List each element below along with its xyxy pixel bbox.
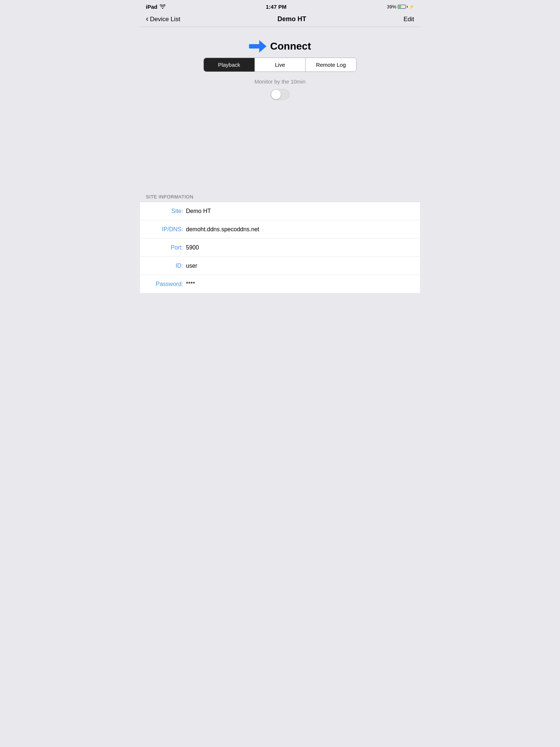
id-value: user	[186, 263, 197, 269]
port-label: Port:	[146, 244, 186, 251]
back-button[interactable]: ‹ Device List	[146, 16, 180, 23]
info-row-ipdns: IP/DNS: demoht.ddns.specoddns.net	[140, 220, 420, 239]
tab-live-label: Live	[275, 62, 285, 68]
tab-remote-log[interactable]: Remote Log	[306, 58, 356, 71]
tab-remote-log-label: Remote Log	[316, 62, 346, 68]
tab-playback[interactable]: Playback	[204, 58, 255, 71]
back-chevron-icon: ‹	[146, 15, 148, 23]
site-label: Site:	[146, 208, 186, 214]
monitor-toggle[interactable]	[271, 89, 289, 100]
toggle-thumb	[271, 90, 281, 99]
monitor-label: Monitor by the 10min	[254, 78, 306, 85]
connect-label: Connect	[270, 40, 311, 52]
info-row-site: Site: Demo HT	[140, 202, 420, 220]
port-value: 5900	[186, 244, 199, 251]
status-left: iPad	[146, 4, 166, 10]
tab-live[interactable]: Live	[255, 58, 306, 71]
battery-icon	[398, 5, 408, 9]
id-label: ID:	[146, 263, 186, 269]
bottom-area	[140, 294, 420, 367]
info-row-port: Port: 5900	[140, 239, 420, 257]
ipdns-label: IP/DNS:	[146, 226, 186, 233]
main-content: Connect Playback Live Remote Log Monitor…	[140, 27, 420, 367]
site-value: Demo HT	[186, 208, 211, 214]
charging-icon: ⚡	[409, 4, 414, 9]
section-header: SITE INFORMATION	[140, 190, 420, 202]
connect-arrow-icon	[249, 40, 267, 53]
picker-section: Fri Sep 22 Sat Sep 23 Sun Sep 24 Today T…	[258, 104, 302, 177]
nav-bar: ‹ Device List Demo HT Edit	[140, 12, 420, 27]
info-row-password: Password: ****	[140, 275, 420, 293]
svg-rect-0	[249, 44, 261, 49]
toggle-container	[271, 89, 289, 100]
device-label: iPad	[146, 4, 158, 10]
status-bar: iPad 1:47 PM 39% ⚡	[140, 0, 420, 12]
password-value: ****	[186, 281, 195, 287]
status-right: 39% ⚡	[387, 4, 414, 9]
site-info-section: SITE INFORMATION Site: Demo HT IP/DNS: d…	[140, 190, 420, 294]
password-label: Password:	[146, 281, 186, 287]
nav-title: Demo HT	[277, 15, 306, 23]
ipdns-value: demoht.ddns.specoddns.net	[186, 226, 259, 233]
svg-marker-1	[259, 40, 267, 53]
battery-percent: 39%	[387, 4, 396, 9]
status-time: 1:47 PM	[266, 4, 287, 10]
connect-section: Connect Playback Live Remote Log Monitor…	[140, 34, 420, 186]
tab-playback-label: Playback	[218, 62, 240, 68]
segmented-control: Playback Live Remote Log	[203, 58, 357, 72]
connect-button[interactable]: Connect	[249, 40, 311, 53]
info-table: Site: Demo HT IP/DNS: demoht.ddns.specod…	[140, 202, 420, 294]
edit-button[interactable]: Edit	[404, 16, 414, 23]
wifi-icon	[160, 4, 166, 10]
back-label: Device List	[150, 16, 180, 23]
info-row-id: ID: user	[140, 257, 420, 275]
